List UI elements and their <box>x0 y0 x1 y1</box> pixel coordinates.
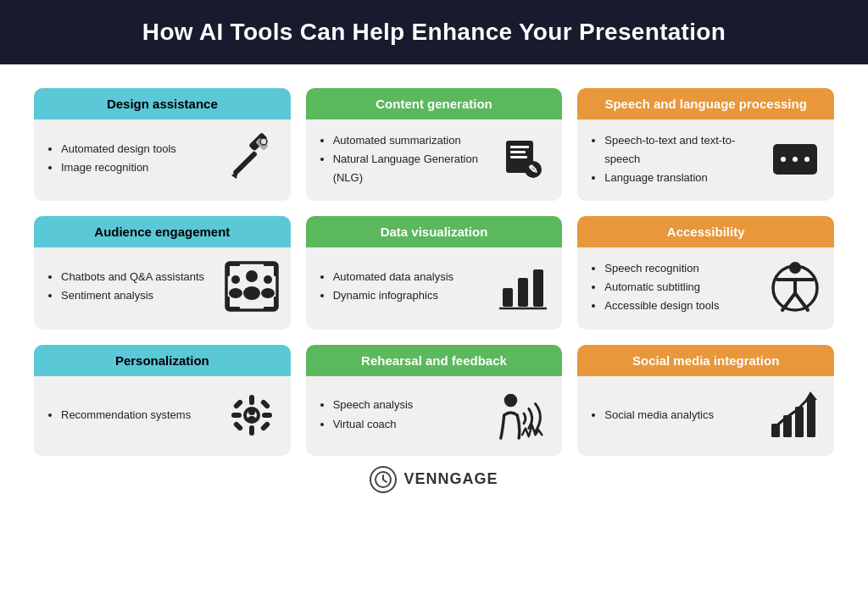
page-title: How AI Tools Can Help Enhance Your Prese… <box>34 19 834 46</box>
card-design-assistance: Design assistance Automated design tools… <box>34 88 291 201</box>
svg-point-12 <box>781 157 786 162</box>
card-header-content: Content generation <box>306 88 563 119</box>
svg-point-28 <box>229 288 242 298</box>
list-item: Image recognition <box>61 158 218 177</box>
social-icon <box>768 388 822 442</box>
list-item: Social media analytics <box>604 406 761 425</box>
card-audience-engagement: Audience engagement Chatbots and Q&A ass… <box>34 216 291 329</box>
svg-rect-58 <box>807 398 815 437</box>
list-item: Automated design tools <box>61 140 218 158</box>
list-item: Virtual coach <box>333 415 490 434</box>
clock-icon <box>370 466 397 493</box>
svg-rect-20 <box>274 263 277 276</box>
card-rehearsal-feedback: Rehearsal and feedback Speech analysis V… <box>306 345 563 456</box>
svg-rect-46 <box>231 413 242 418</box>
card-accessibility: Accessibility Speech recognition Automat… <box>577 216 834 329</box>
accessibility-icon <box>768 260 822 314</box>
svg-point-53 <box>248 416 256 423</box>
footer: VENNGAGE <box>34 456 834 500</box>
card-content-generation: Content generation Automated summarizati… <box>306 88 563 201</box>
svg-rect-7 <box>510 151 526 153</box>
list-item: Language translation <box>604 169 761 187</box>
svg-point-30 <box>261 288 275 298</box>
design-icon <box>225 131 279 186</box>
list-item: Speech analysis <box>333 396 490 414</box>
list-item: Chatbots and Q&A assistants <box>61 268 218 286</box>
list-item: Automated data analysis <box>333 268 490 286</box>
svg-rect-31 <box>503 288 513 307</box>
svg-rect-47 <box>262 413 272 418</box>
svg-rect-8 <box>510 156 527 158</box>
svg-text:✎: ✎ <box>528 163 538 176</box>
card-list-personalization: Recommendation systems <box>46 406 218 425</box>
list-item: Speech-to-text and text-to-speech <box>604 131 761 169</box>
list-item: Dynamic infographics <box>333 286 490 305</box>
svg-point-52 <box>248 408 255 415</box>
svg-rect-18 <box>226 263 230 276</box>
card-header-data: Data visualization <box>306 216 563 247</box>
brand-logo: VENNGAGE <box>370 466 498 493</box>
list-item: Accessible design tools <box>604 297 761 315</box>
svg-rect-32 <box>518 278 528 307</box>
card-speech-language: Speech and language processing Speech-to… <box>577 88 834 201</box>
card-social-media: Social media integration Social media an… <box>577 345 834 456</box>
svg-rect-44 <box>249 395 254 405</box>
svg-rect-6 <box>510 146 529 148</box>
card-header-design: Design assistance <box>34 88 291 119</box>
svg-rect-51 <box>259 420 270 431</box>
card-list-social: Social media analytics <box>589 406 761 425</box>
list-item: Speech recognition <box>604 259 761 278</box>
svg-rect-50 <box>232 420 243 431</box>
svg-point-14 <box>804 157 810 162</box>
card-list-accessibility: Speech recognition Automatic subtitling … <box>589 259 761 315</box>
svg-rect-45 <box>249 425 254 436</box>
card-data-visualization: Data visualization Automated data analys… <box>306 216 563 329</box>
list-item: Automated summarization <box>333 131 490 150</box>
cards-grid: Design assistance Automated design tools… <box>34 88 834 456</box>
svg-point-13 <box>793 157 798 162</box>
card-header-rehearsal: Rehearsal and feedback <box>306 345 563 376</box>
card-list-data: Automated data analysis Dynamic infograp… <box>318 268 490 305</box>
svg-rect-49 <box>259 398 270 409</box>
svg-line-62 <box>383 480 387 482</box>
card-list-design: Automated design tools Image recognition <box>46 140 218 177</box>
card-personalization: Personalization Recommendation systems <box>34 345 291 456</box>
svg-point-27 <box>231 275 240 284</box>
audience-icon <box>225 259 279 314</box>
card-header-personalization: Personalization <box>34 345 291 376</box>
rehearsal-icon <box>496 388 550 442</box>
card-list-content: Automated summarization Natural Language… <box>318 131 490 187</box>
svg-marker-59 <box>805 391 817 400</box>
svg-rect-48 <box>232 398 243 409</box>
personalization-icon <box>225 388 279 442</box>
chart-icon <box>496 259 550 314</box>
card-header-social: Social media integration <box>577 345 834 376</box>
svg-point-29 <box>264 275 272 284</box>
list-item: Natural Language Generation (NLG) <box>333 150 490 187</box>
speech-icon <box>768 132 822 186</box>
svg-point-54 <box>504 393 518 407</box>
list-item: Recommendation systems <box>61 406 218 425</box>
svg-point-26 <box>243 286 260 300</box>
card-list-speech: Speech-to-text and text-to-speech Langua… <box>589 131 761 187</box>
brand-name: VENNGAGE <box>403 470 498 488</box>
card-list-rehearsal: Speech analysis Virtual coach <box>318 396 490 433</box>
card-header-accessibility: Accessibility <box>577 216 834 247</box>
list-item: Automatic subtitling <box>604 278 761 297</box>
svg-rect-33 <box>533 269 543 307</box>
card-header-speech: Speech and language processing <box>577 88 834 119</box>
card-list-audience: Chatbots and Q&A assistants Sentiment an… <box>46 268 218 305</box>
card-header-audience: Audience engagement <box>34 216 291 247</box>
content-icon: ✎ <box>496 132 550 186</box>
svg-rect-24 <box>274 297 277 310</box>
svg-point-4 <box>260 138 267 145</box>
svg-point-25 <box>246 270 258 282</box>
list-item: Sentiment analysis <box>61 286 218 305</box>
header: How AI Tools Can Help Enhance Your Prese… <box>0 0 868 64</box>
svg-rect-22 <box>226 297 230 310</box>
